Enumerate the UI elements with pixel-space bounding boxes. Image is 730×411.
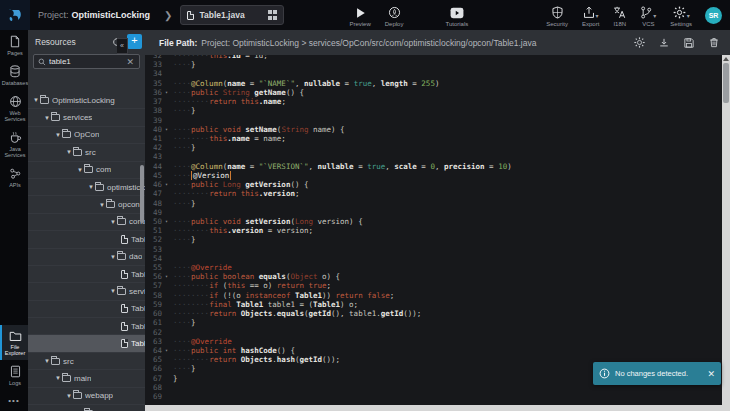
fold-arrow-icon[interactable]: ▾ <box>165 125 173 134</box>
folder-icon <box>95 184 104 191</box>
tree-folder-webapp[interactable]: ▼webapp <box>28 388 145 405</box>
tree-folder-WEB-INF[interactable]: ▼WEB-INF <box>28 405 145 411</box>
folder-icon <box>62 375 71 382</box>
security-button[interactable]: Security <box>546 6 568 27</box>
project-name: OptimisticLocking <box>72 10 151 20</box>
tree-file-Table1.java[interactable]: Table1.java <box>28 335 145 352</box>
delete-file-icon[interactable] <box>706 35 722 51</box>
expand-arrow-icon[interactable]: ▼ <box>110 254 117 260</box>
sidebar-item-apis[interactable]: APIs <box>0 162 28 192</box>
export-button[interactable]: ▾Export <box>582 6 599 27</box>
code-line: 36▾····public String getName() { <box>145 88 722 97</box>
clear-search-icon[interactable]: ✕ <box>125 57 135 67</box>
editor-vertical-scrollbar[interactable] <box>722 55 730 405</box>
tree-folder-src[interactable]: ▼src <box>28 144 145 161</box>
add-resource-button[interactable]: + <box>127 34 142 49</box>
expand-arrow-icon[interactable]: ▼ <box>77 167 84 173</box>
tab-table1-java[interactable]: Table1.java <box>180 5 284 25</box>
expand-arrow-icon[interactable]: ▼ <box>33 97 40 103</box>
vcs-button[interactable]: ▾VCS <box>640 6 656 27</box>
sidebar-item-web-services[interactable]: WebServices <box>0 90 28 126</box>
fold-arrow-icon[interactable]: ▾ <box>165 217 173 226</box>
user-avatar[interactable]: SR <box>705 7 722 24</box>
code-line: 37········return this.name; <box>145 97 722 106</box>
more-options-icon[interactable]: ••• <box>0 390 28 411</box>
scrollbar-thumb[interactable] <box>723 63 729 103</box>
expand-arrow-icon[interactable]: ▼ <box>88 184 95 190</box>
sidebar-item-java-services[interactable]: JavaServices <box>0 126 28 162</box>
tree-folder-OpCon[interactable]: ▼OpCon <box>28 127 145 144</box>
tree-folder-com[interactable]: ▼com <box>28 162 145 179</box>
fold-arrow-icon[interactable]: ▾ <box>165 272 173 281</box>
expand-arrow-icon[interactable]: ▼ <box>66 393 73 399</box>
tree-folder-main[interactable]: ▼main <box>28 370 145 387</box>
settings-icon <box>673 6 686 19</box>
expand-arrow-icon[interactable]: ▼ <box>99 202 106 208</box>
code-line: 43 <box>145 152 722 161</box>
toast-notification: No changes detected. ✕ <box>593 362 721 385</box>
tree-folder-controller[interactable]: ▼controller <box>28 214 145 231</box>
sidebar-item-pages[interactable]: Pages <box>0 30 28 60</box>
line-number: 45 <box>145 171 165 180</box>
expand-arrow-icon[interactable]: ▼ <box>110 288 117 294</box>
sidebar-item-logs[interactable]: Logs <box>0 360 28 390</box>
fold-gutter <box>165 199 173 208</box>
save-file-icon[interactable] <box>681 35 697 51</box>
tree-file-Table1ServiceImpl.java[interactable]: Table1ServiceImpl.java <box>28 318 145 335</box>
expand-arrow-icon[interactable]: ▼ <box>55 375 62 381</box>
tree-folder-OptimisticLocking[interactable]: ▼OptimisticLocking <box>28 92 145 109</box>
tree-folder-dao[interactable]: ▼dao <box>28 249 145 266</box>
layout-grid-icon[interactable] <box>268 10 278 20</box>
fold-gutter <box>165 318 173 327</box>
scroll-up-arrow-icon[interactable] <box>723 57 729 61</box>
fold-arrow-icon[interactable]: ▾ <box>165 346 173 355</box>
tree-folder-opcon[interactable]: ▼opcon <box>28 196 145 213</box>
fold-gutter <box>165 79 173 88</box>
tree-folder-services[interactable]: ▼services <box>28 109 145 126</box>
logs-icon <box>10 365 21 378</box>
tree-file-Table1Controller.java[interactable]: Table1Controller.java <box>28 231 145 248</box>
line-number: 58 <box>145 291 165 300</box>
toast-close-icon[interactable]: ✕ <box>707 369 715 379</box>
expand-arrow-icon[interactable]: ▼ <box>44 115 51 121</box>
fold-arrow-icon[interactable]: ▾ <box>165 180 173 189</box>
tree-folder-src[interactable]: ▼src <box>28 353 145 370</box>
code-line: 41········this.name = name; <box>145 134 722 143</box>
export-icon <box>583 6 595 19</box>
editor-horizontal-scrollbar[interactable] <box>145 405 730 411</box>
file-icon <box>121 322 128 331</box>
collapse-panel-button[interactable]: « <box>117 38 128 54</box>
tree-folder-service[interactable]: ▼service <box>28 283 145 300</box>
preview-button[interactable]: Preview <box>349 6 370 27</box>
resources-search[interactable]: ✕ <box>33 54 140 69</box>
tree-item-label: com <box>96 165 111 174</box>
tree-file-Table1Service.java[interactable]: Table1Service.java <box>28 301 145 318</box>
i18n-button[interactable]: I18N <box>613 6 626 27</box>
line-number: 52 <box>145 235 165 244</box>
editor-settings-gear-icon[interactable] <box>631 35 647 51</box>
sidebar-item-databases[interactable]: Databases <box>0 60 28 90</box>
tutorials-button[interactable]: Tutorials <box>445 6 468 27</box>
sidebar-item-label: Logs <box>9 380 21 386</box>
expand-arrow-icon[interactable]: ▼ <box>66 149 73 155</box>
fold-gutter <box>165 171 173 180</box>
expand-arrow-icon[interactable]: ▼ <box>55 132 62 138</box>
line-number: 39 <box>145 116 165 125</box>
line-number: 66 <box>145 364 165 373</box>
sidebar-item-file-explorer[interactable]: FileExplorer <box>0 325 28 360</box>
code-line: 69 <box>145 392 722 401</box>
deploy-button[interactable]: Deploy <box>385 6 404 27</box>
tree-folder-optimisticlocking[interactable]: ▼optimisticlocking <box>28 179 145 196</box>
folder-icon <box>106 201 115 208</box>
line-number: 61 <box>145 318 165 327</box>
download-file-icon[interactable] <box>656 35 672 51</box>
fold-arrow-icon[interactable]: ▾ <box>165 88 173 97</box>
resources-scrollbar[interactable] <box>140 165 144 223</box>
expand-arrow-icon[interactable]: ▼ <box>44 358 51 364</box>
search-input[interactable] <box>49 57 125 66</box>
settings-button[interactable]: ▾Settings <box>670 6 692 27</box>
expand-arrow-icon[interactable]: ▼ <box>110 219 117 225</box>
wavemaker-logo[interactable] <box>0 0 30 30</box>
tree-file-Table1Dao.java[interactable]: Table1Dao.java <box>28 266 145 283</box>
code-editor[interactable]: 32········this.id = id;33····}3435····@C… <box>145 55 730 405</box>
